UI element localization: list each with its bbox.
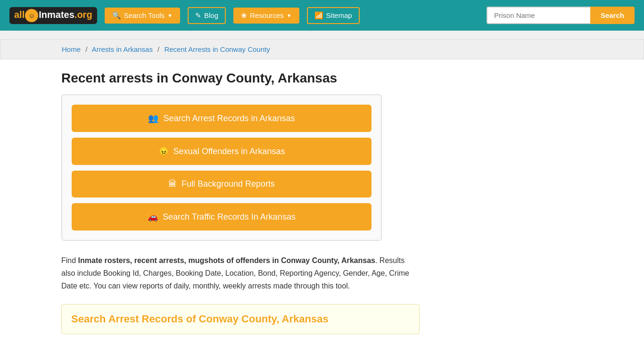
search-arrest-records-button[interactable]: 👥 Search Arrest Records in Arkansas <box>72 105 372 132</box>
search-arrest-label: Search Arrest Records in Arkansas <box>163 114 295 123</box>
search-tools-label: Search Tools <box>124 11 165 19</box>
logo-icon: ☺ <box>25 9 38 22</box>
page-title: Recent arrests in Conway County, Arkansa… <box>61 71 583 86</box>
sub-header-gap <box>0 31 644 39</box>
arrest-section: Search Arrest Records of Conway County, … <box>61 304 420 334</box>
action-card: 👥 Search Arrest Records in Arkansas 😠 Se… <box>61 94 382 241</box>
logo-inmates: Inmates <box>39 9 74 20</box>
people-icon: 👥 <box>148 113 158 123</box>
logo-org: .org <box>74 9 92 20</box>
background-reports-button[interactable]: 🏛 Full Background Reports <box>72 171 372 197</box>
page-description: Find Inmate rosters, recent arrests, mug… <box>61 254 420 293</box>
background-reports-label: Full Background Reports <box>182 179 275 189</box>
header-search-button[interactable]: Search <box>590 7 635 24</box>
resources-label: Resources <box>250 11 284 19</box>
description-bold: Inmate rosters, recent arrests, mugshots… <box>78 256 375 264</box>
car-icon: 🚗 <box>148 212 158 222</box>
breadcrumb-sep-1: / <box>85 45 87 53</box>
resources-button[interactable]: ❀ Resources ▼ <box>233 8 299 24</box>
breadcrumb-arrests[interactable]: Arrests in Arkansas <box>92 45 153 53</box>
site-logo[interactable]: all☺Inmates.org <box>9 7 97 24</box>
traffic-records-label: Search Traffic Records In Arkansas <box>163 212 296 222</box>
description-intro: Find <box>61 256 78 264</box>
logo-all: all <box>14 9 25 20</box>
sexual-offenders-label: Sexual Offenders in Arkansas <box>173 147 285 156</box>
sitemap-button[interactable]: 📶 Sitemap <box>307 7 360 24</box>
breadcrumb: Home / Arrests in Arkansas / Recent Arre… <box>0 39 644 59</box>
header-search: Search <box>487 7 635 24</box>
chevron-down-icon-2: ▼ <box>287 13 292 18</box>
building-icon: 🏛 <box>168 179 177 189</box>
breadcrumb-current: Recent Arrests in Conway County <box>164 45 270 53</box>
chevron-down-icon: ▼ <box>167 13 173 18</box>
site-header: all☺Inmates.org 🔍 Search Tools ▼ ✎ Blog … <box>0 0 644 31</box>
search-tools-icon: 🔍 <box>112 11 121 20</box>
sexual-offenders-button[interactable]: 😠 Sexual Offenders in Arkansas <box>72 138 372 165</box>
sitemap-label: Sitemap <box>326 11 352 19</box>
traffic-records-button[interactable]: 🚗 Search Traffic Records In Arkansas <box>72 203 372 230</box>
breadcrumb-sep-2: / <box>157 45 159 53</box>
arrest-section-title: Search Arrest Records of Conway County, … <box>71 313 410 325</box>
blog-label: Blog <box>204 11 218 19</box>
resources-icon: ❀ <box>241 11 247 20</box>
sitemap-icon: 📶 <box>314 11 323 20</box>
search-button-label: Search <box>601 11 624 19</box>
search-tools-button[interactable]: 🔍 Search Tools ▼ <box>105 8 180 24</box>
blog-icon: ✎ <box>195 11 201 20</box>
main-content: Recent arrests in Conway County, Arkansa… <box>0 59 644 346</box>
offender-icon: 😠 <box>158 146 169 156</box>
prison-name-input[interactable] <box>487 7 590 24</box>
breadcrumb-home[interactable]: Home <box>62 45 81 53</box>
blog-button[interactable]: ✎ Blog <box>188 7 226 24</box>
